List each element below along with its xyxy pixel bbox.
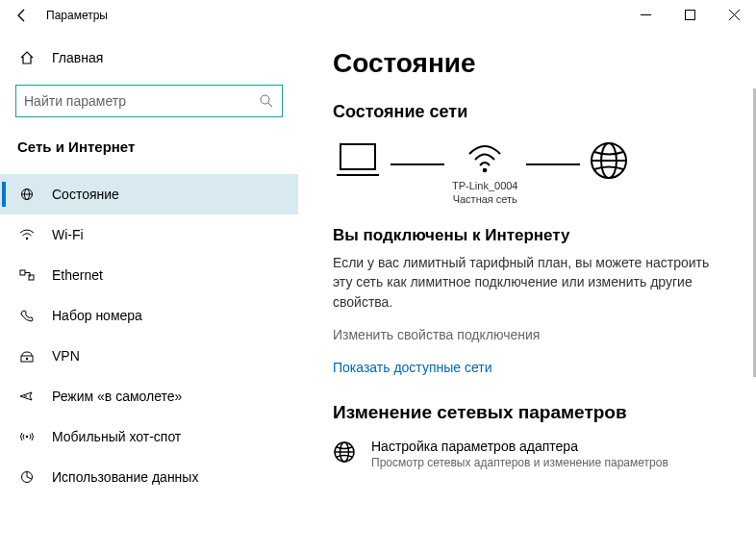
svg-point-15 xyxy=(483,168,488,173)
ssid-label: TP-Link_0004 xyxy=(452,180,518,191)
link-available-networks[interactable]: Показать доступные сети xyxy=(333,360,737,375)
nav-item-datausage[interactable]: Использование данных xyxy=(0,457,298,497)
link-change-props[interactable]: Изменить свойства подключения xyxy=(333,327,737,342)
minimize-button[interactable] xyxy=(623,0,668,29)
ethernet-icon xyxy=(17,268,37,282)
nav-item-airplane[interactable]: Режим «в самолете» xyxy=(0,376,298,416)
nav-label: Режим «в самолете» xyxy=(52,389,182,404)
router-icon: TP-Link_0004Частная сеть xyxy=(452,140,518,208)
globe-icon xyxy=(588,139,630,209)
svg-point-2 xyxy=(261,95,269,104)
home-link[interactable]: Главная xyxy=(0,44,298,71)
airplane-icon xyxy=(17,390,37,403)
nav-label: Использование данных xyxy=(52,469,198,485)
svg-rect-14 xyxy=(340,144,375,169)
close-button[interactable] xyxy=(712,0,756,29)
vpn-icon xyxy=(17,349,37,363)
nav-label: Wi-Fi xyxy=(52,227,84,242)
adapter-title: Настройка параметров адаптера xyxy=(371,439,668,454)
nav-item-vpn[interactable]: VPN xyxy=(0,336,298,376)
adapter-settings-option[interactable]: Настройка параметров адаптера Просмотр с… xyxy=(333,439,737,469)
nettype-label: Частная сеть xyxy=(453,193,517,205)
home-label: Главная xyxy=(52,50,103,65)
page-title: Состояние xyxy=(333,48,737,79)
content-area: Состояние Состояние сети TP-Link_0004Час… xyxy=(308,31,756,553)
change-settings-heading: Изменение сетевых параметров xyxy=(333,402,737,423)
search-box[interactable] xyxy=(15,85,283,117)
section-title: Сеть и Интернет xyxy=(0,138,298,155)
wifi-icon xyxy=(17,228,37,241)
adapter-desc: Просмотр сетевых адаптеров и изменение п… xyxy=(371,456,668,469)
network-diagram: TP-Link_0004Частная сеть xyxy=(333,139,737,209)
nav-label: Ethernet xyxy=(52,267,103,283)
svg-rect-8 xyxy=(20,270,25,275)
adapter-icon xyxy=(333,440,358,464)
svg-point-11 xyxy=(26,358,28,360)
back-button[interactable] xyxy=(8,1,37,30)
search-icon xyxy=(259,93,274,109)
nav-label: Состояние xyxy=(52,187,119,202)
device-icon xyxy=(333,140,383,208)
nav-item-status[interactable]: Состояние xyxy=(0,174,298,214)
svg-point-12 xyxy=(26,436,29,439)
nav-item-ethernet[interactable]: Ethernet xyxy=(0,255,298,295)
nav-item-dialup[interactable]: Набор номера xyxy=(0,295,298,336)
connected-body: Если у вас лимитный тарифный план, вы мо… xyxy=(333,253,718,312)
connected-heading: Вы подключены к Интернету xyxy=(333,226,737,245)
search-input[interactable] xyxy=(24,93,259,109)
connector-line xyxy=(391,163,444,165)
connector-line xyxy=(526,163,580,165)
svg-rect-1 xyxy=(685,10,694,19)
status-icon xyxy=(17,188,37,201)
sidebar: Главная Сеть и Интернет Состояние Wi-Fi … xyxy=(0,31,308,553)
maximize-button[interactable] xyxy=(668,0,712,29)
nav-item-hotspot[interactable]: Мобильный хот-спот xyxy=(0,416,298,457)
home-icon xyxy=(17,50,37,65)
nav-label: Мобильный хот-спот xyxy=(52,429,181,444)
nav-item-wifi[interactable]: Wi-Fi xyxy=(0,214,298,255)
status-heading: Состояние сети xyxy=(333,102,737,122)
svg-line-3 xyxy=(268,103,272,107)
svg-point-7 xyxy=(26,238,28,239)
datausage-icon xyxy=(17,470,37,484)
nav-label: VPN xyxy=(52,348,80,364)
window-title: Параметры xyxy=(46,9,108,22)
dialup-icon xyxy=(17,309,37,322)
nav-label: Набор номера xyxy=(52,308,142,323)
hotspot-icon xyxy=(17,430,37,443)
